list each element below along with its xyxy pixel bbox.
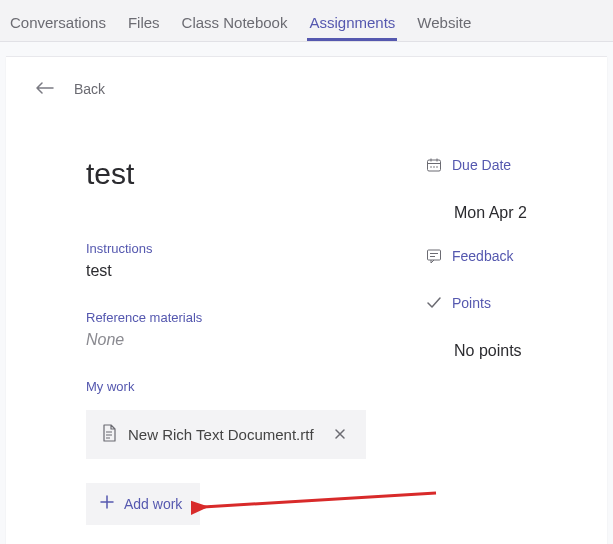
instructions-value: test [86, 262, 366, 280]
remove-file-button[interactable] [330, 427, 350, 443]
file-name: New Rich Text Document.rtf [128, 426, 318, 443]
check-icon [426, 295, 442, 314]
svg-point-3 [430, 166, 432, 168]
back-button[interactable]: Back [36, 81, 577, 97]
assignment-title: test [86, 157, 366, 191]
tab-assignments[interactable]: Assignments [307, 8, 397, 41]
reference-label: Reference materials [86, 310, 366, 325]
tab-bar: Conversations Files Class Notebook Assig… [0, 0, 613, 42]
points-label: Points [452, 295, 491, 311]
tab-files[interactable]: Files [126, 8, 162, 41]
svg-point-4 [433, 166, 435, 168]
document-icon [102, 424, 116, 445]
feedback-link[interactable]: Feedback [426, 248, 577, 267]
add-work-label: Add work [124, 496, 182, 512]
tab-website[interactable]: Website [415, 8, 473, 41]
svg-line-1 [203, 493, 436, 507]
points-value: No points [454, 342, 577, 360]
my-work-label: My work [86, 379, 366, 394]
svg-rect-6 [428, 250, 441, 260]
reference-value: None [86, 331, 366, 349]
arrow-left-icon [36, 81, 54, 97]
assignment-detail-card: Back test Instructions test Reference ma… [6, 56, 607, 544]
plus-icon [100, 495, 114, 513]
svg-point-5 [436, 166, 438, 168]
feedback-icon [426, 248, 442, 267]
svg-rect-2 [428, 160, 441, 171]
assignment-main: test Instructions test Reference materia… [86, 157, 366, 525]
due-date-label: Due Date [452, 157, 511, 173]
assignment-meta: Due Date Mon Apr 2 Feedback Points [426, 157, 577, 525]
attached-file[interactable]: New Rich Text Document.rtf [86, 410, 366, 459]
instructions-label: Instructions [86, 241, 366, 256]
back-label: Back [74, 81, 105, 97]
feedback-label: Feedback [452, 248, 513, 264]
tab-class-notebook[interactable]: Class Notebook [180, 8, 290, 41]
add-work-button[interactable]: Add work [86, 483, 200, 525]
due-date-value: Mon Apr 2 [454, 204, 577, 222]
calendar-icon [426, 157, 442, 176]
annotation-arrow-icon [191, 489, 441, 529]
close-icon [334, 428, 346, 440]
tab-conversations[interactable]: Conversations [8, 8, 108, 41]
